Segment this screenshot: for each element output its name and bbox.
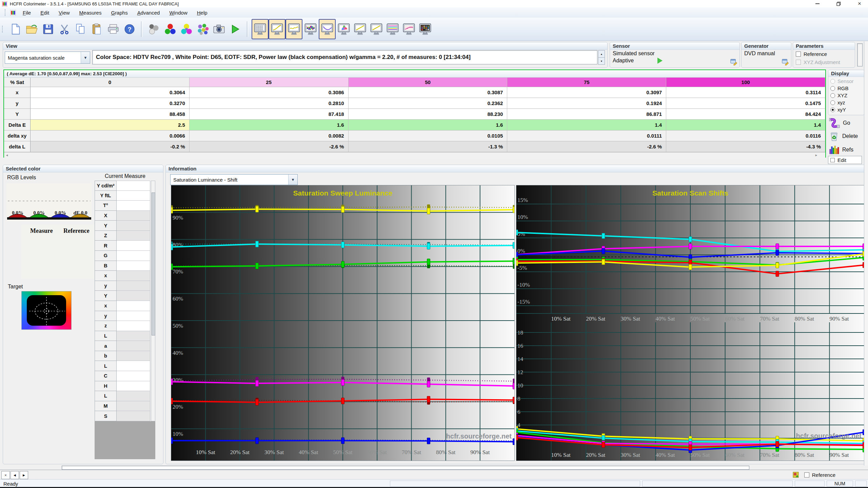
sat-value-cell[interactable]: -2.6 %: [507, 141, 666, 152]
view-color-bars-icon[interactable]: [384, 19, 401, 39]
refs-button[interactable]: Refs: [829, 144, 853, 155]
radio-xyz[interactable]: xyz: [830, 99, 862, 106]
sat-row-label[interactable]: Delta E: [4, 120, 31, 130]
view-luminance-icon[interactable]: [319, 19, 336, 39]
close-button[interactable]: ×: [849, 0, 868, 7]
radio-XYZ[interactable]: XYZ: [830, 92, 862, 99]
view-near-black-icon[interactable]: [285, 19, 302, 39]
scroll-left-icon[interactable]: ◄: [4, 152, 10, 158]
spin-up-button[interactable]: ▲: [598, 50, 605, 58]
measure-table-scrollbar[interactable]: [151, 181, 155, 421]
save-icon[interactable]: [40, 19, 56, 39]
sat-value-cell[interactable]: 0.0111: [507, 130, 666, 141]
cut-icon[interactable]: [56, 19, 73, 39]
sat-value-cell[interactable]: 88.230: [349, 109, 508, 120]
sat-value-cell[interactable]: 0.3087: [349, 87, 508, 98]
sat-value-cell[interactable]: 0.0105: [349, 130, 508, 141]
menu-edit[interactable]: Edit: [36, 7, 54, 18]
sat-value-cell[interactable]: -1.3 %: [349, 141, 508, 152]
paste-icon[interactable]: [89, 19, 105, 39]
edit-toggle[interactable]: Edit: [828, 156, 862, 164]
sat-col-header[interactable]: 100: [666, 78, 825, 87]
sat-col-header[interactable]: 25: [190, 78, 349, 87]
scrollbar-thumb[interactable]: [152, 192, 155, 336]
sat-value-cell[interactable]: 0.1475: [666, 98, 825, 109]
sat-value-cell[interactable]: 0.3086: [190, 87, 349, 98]
tab-scroll-left-icon[interactable]: ◄: [11, 471, 19, 479]
sat-value-cell[interactable]: 0.1924: [507, 98, 666, 109]
close-tabbar-button[interactable]: ×: [1, 471, 10, 479]
sensor-run-icon[interactable]: [657, 58, 663, 64]
generator-config-icon[interactable]: [782, 58, 789, 66]
view-contrast-icon[interactable]: [368, 19, 384, 39]
sat-col-header[interactable]: 0: [31, 78, 190, 87]
open-file-icon[interactable]: [24, 19, 40, 39]
sat-value-cell[interactable]: 0.3114: [666, 87, 825, 98]
restore-button[interactable]: [828, 0, 849, 7]
sat-value-cell[interactable]: 0.0066: [31, 130, 190, 141]
sat-value-cell[interactable]: 1.6: [190, 120, 349, 130]
secondaries-measure-icon[interactable]: [178, 19, 195, 39]
sat-value-cell[interactable]: 0.3270: [31, 98, 190, 109]
sat-value-cell[interactable]: 84.424: [666, 109, 825, 120]
sat-value-cell[interactable]: 0.2362: [349, 98, 508, 109]
reference-toggle[interactable]: Reference: [804, 472, 835, 478]
edit-checkbox[interactable]: [830, 158, 835, 162]
sat-col-header[interactable]: 50: [349, 78, 508, 87]
sat-value-cell[interactable]: -4.3 %: [666, 141, 825, 152]
minimize-button[interactable]: [807, 0, 828, 7]
grayscale-measure-icon[interactable]: [146, 19, 162, 39]
sat-value-cell[interactable]: -0.2 %: [31, 141, 190, 152]
sat-value-cell[interactable]: 0.3097: [507, 87, 666, 98]
radio-button-icon[interactable]: [830, 86, 835, 91]
sat-value-cell[interactable]: 1.4: [507, 120, 666, 130]
bottom-hscrollbar[interactable]: [62, 466, 749, 470]
radio-button-icon[interactable]: [830, 107, 835, 112]
menu-measures[interactable]: Measures: [75, 7, 106, 18]
menu-view[interactable]: View: [54, 7, 75, 18]
table-hscrollbar[interactable]: ◄ ►: [4, 152, 825, 158]
mdi-right-scrollbar[interactable]: [864, 41, 868, 466]
sat-value-cell[interactable]: 87.418: [190, 109, 349, 120]
reference-toggle-checkbox[interactable]: [804, 472, 809, 477]
free-measure-icon[interactable]: [195, 19, 211, 39]
help-icon[interactable]: ?: [121, 19, 138, 39]
view-rgb-histogram-icon[interactable]: [252, 19, 269, 39]
chevron-down-icon[interactable]: ▼: [81, 52, 90, 63]
menu-graphs[interactable]: Graphs: [106, 7, 132, 18]
spin-down-button[interactable]: ▼: [598, 58, 605, 65]
radio-RGB[interactable]: RGB: [830, 85, 862, 92]
new-file-icon[interactable]: [7, 19, 24, 39]
sat-value-cell[interactable]: 0.3064: [31, 87, 190, 98]
menu-window[interactable]: Window: [164, 7, 192, 18]
sat-value-cell[interactable]: 1.4: [666, 120, 825, 130]
saturation-scale-select[interactable]: Magenta saturation scale ▼: [5, 52, 90, 64]
sat-value-cell[interactable]: 2.5: [31, 120, 190, 130]
radio-button-icon[interactable]: [830, 100, 835, 105]
sat-row-label[interactable]: Y: [4, 109, 31, 120]
run-measure-icon[interactable]: [227, 19, 243, 39]
information-mode-select[interactable]: Saturation Luminance - Shift ▼: [170, 174, 298, 185]
sensor-config-icon[interactable]: [730, 58, 737, 66]
menu-advanced[interactable]: Advanced: [133, 7, 165, 18]
sat-row-label[interactable]: delta xy: [4, 130, 31, 141]
sat-row-label[interactable]: x: [4, 87, 31, 98]
sat-value-cell[interactable]: 0.2810: [190, 98, 349, 109]
sat-col-header[interactable]: 75: [507, 78, 666, 87]
sat-value-cell[interactable]: 1.6: [349, 120, 508, 130]
snapshot-icon[interactable]: [211, 19, 227, 39]
tab-scroll-right-icon[interactable]: ►: [20, 471, 28, 479]
view-rgb-levels-icon[interactable]: [302, 19, 319, 39]
view-luma-ramp-icon[interactable]: [352, 19, 368, 39]
menu-file[interactable]: File: [18, 7, 36, 18]
sat-value-cell[interactable]: 0.0116: [666, 130, 825, 141]
radio-button-icon[interactable]: [830, 93, 835, 98]
go-button[interactable]: Go: [829, 117, 850, 129]
view-measure-chart-icon[interactable]: [401, 19, 417, 39]
view-cie-diagram-icon[interactable]: [336, 19, 352, 39]
sat-value-cell[interactable]: 0.0082: [190, 130, 349, 141]
menu-help[interactable]: Help: [192, 7, 212, 18]
radio-xyY[interactable]: xyY: [830, 106, 862, 113]
panel-scrollbar[interactable]: [857, 43, 863, 66]
delete-button[interactable]: ♻ Delete: [829, 131, 858, 142]
